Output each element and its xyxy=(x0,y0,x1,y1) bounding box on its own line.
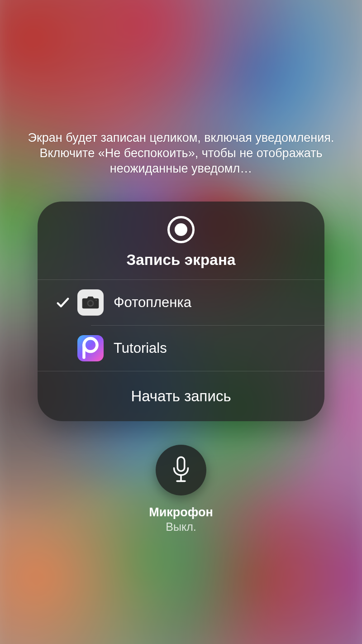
microphone-label: Микрофон xyxy=(149,505,213,519)
start-recording-button[interactable]: Начать запись xyxy=(38,371,324,421)
screen-recording-sheet: Экран будет записан целиком, включая уве… xyxy=(0,0,362,644)
record-icon xyxy=(167,216,195,243)
svg-point-1 xyxy=(88,301,92,305)
recording-panel: Запись экрана Фотопленка Tutorials xyxy=(38,202,324,421)
picsart-app-icon xyxy=(77,335,104,361)
option-label: Фотопленка xyxy=(114,294,191,311)
panel-title: Запись экрана xyxy=(126,251,235,269)
svg-rect-4 xyxy=(177,457,185,471)
selected-check-icon xyxy=(48,295,77,310)
microphone-toggle[interactable]: Микрофон Выкл. xyxy=(149,445,213,533)
recording-info-text: Экран будет записан целиком, включая уве… xyxy=(27,130,335,176)
panel-header: Запись экрана xyxy=(38,202,324,279)
option-label: Tutorials xyxy=(114,340,167,356)
microphone-status: Выкл. xyxy=(166,520,196,533)
recording-destination-option[interactable]: Фотопленка xyxy=(38,280,324,325)
svg-point-3 xyxy=(84,339,97,352)
start-recording-label: Начать запись xyxy=(131,388,231,405)
camera-app-icon xyxy=(77,289,104,316)
svg-point-2 xyxy=(95,300,97,301)
recording-destination-option[interactable]: Tutorials xyxy=(38,326,324,371)
microphone-icon xyxy=(156,445,206,495)
